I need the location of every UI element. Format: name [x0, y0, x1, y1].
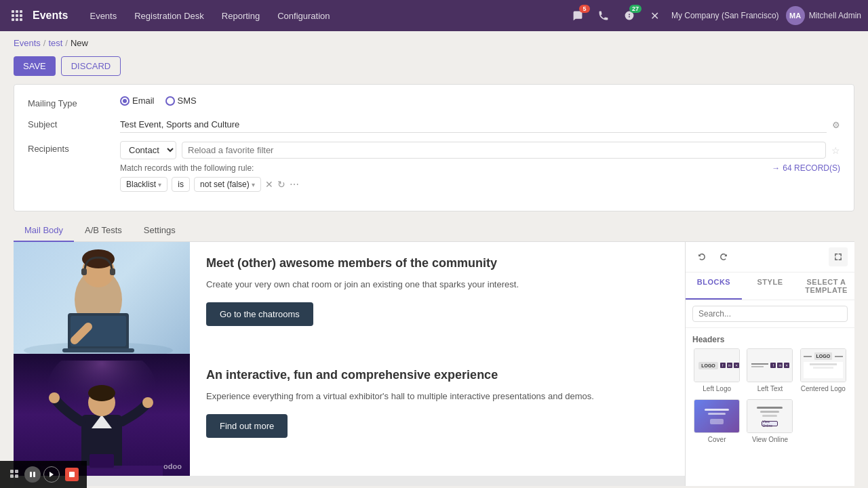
activities-icon-button[interactable]: 27	[620, 6, 639, 25]
email-block-1-image	[14, 242, 190, 354]
svg-rect-35	[69, 472, 75, 477]
panel-tab-select-template[interactable]: SELECT A TEMPLATE	[798, 272, 854, 300]
svg-point-24	[49, 392, 60, 403]
subject-label: Subject	[28, 117, 109, 129]
panel-tab-style[interactable]: STYLE	[742, 272, 798, 300]
sms-radio-option[interactable]: SMS	[165, 96, 197, 106]
filter-blacklist[interactable]: Blacklist ▾	[120, 177, 167, 192]
breadcrumb-sep-1: /	[43, 38, 46, 48]
close-icon: ✕	[650, 9, 659, 22]
block-left-text-preview: f in ✕	[747, 348, 793, 382]
header-blocks-grid: LOGO f in ✕ Left Logo	[686, 348, 854, 399]
app-brand: Events	[33, 9, 68, 22]
top-navigation: Events Events Registration Desk Reportin…	[0, 0, 868, 31]
subject-settings-icon[interactable]: ⚙	[832, 120, 840, 130]
email-preview: Meet (other) awesome members of the comm…	[14, 242, 685, 486]
records-count[interactable]: → 64 RECORD(S)	[772, 163, 840, 173]
email-radio-label: Email	[132, 96, 155, 106]
filter-refresh-btn[interactable]: ↻	[277, 179, 285, 190]
block-view-online[interactable]: View Online View Online	[745, 399, 794, 443]
block-centered-logo[interactable]: LOGO Centered Logo	[799, 348, 848, 392]
menu-events[interactable]: Events	[81, 7, 125, 25]
apps-menu-button[interactable]	[7, 5, 27, 26]
expand-button[interactable]	[829, 247, 848, 266]
breadcrumb-test[interactable]: test	[48, 38, 62, 48]
email-block-1-cta[interactable]: Go to the chatrooms	[206, 302, 313, 326]
svg-rect-33	[33, 472, 35, 477]
email-block-2-content: An interactive, fun and comprehensive ex…	[190, 354, 685, 476]
match-rule: Match records with the following rule: →…	[120, 163, 840, 173]
chat-icon-button[interactable]: 5	[568, 6, 587, 25]
email-radio-option[interactable]: Email	[120, 96, 155, 106]
email-block-2-title: An interactive, fun and comprehensive ex…	[206, 367, 669, 383]
mailing-type-label: Mailing Type	[28, 96, 109, 108]
filter-value[interactable]: not set (false) ▾	[194, 177, 261, 192]
panel-tab-blocks[interactable]: BLOCKS	[686, 272, 742, 300]
mailing-type-row: Mailing Type Email SMS	[28, 96, 840, 108]
stop-button[interactable]	[65, 468, 79, 481]
svg-rect-6	[12, 18, 14, 21]
email-block-1-title: Meet (other) awesome members of the comm…	[206, 256, 669, 271]
subject-row: Subject ⚙	[28, 117, 840, 133]
close-icon-button[interactable]: ✕	[646, 6, 665, 25]
block-left-logo[interactable]: LOGO f in ✕ Left Logo	[692, 348, 741, 392]
svg-rect-30	[10, 474, 14, 478]
svg-rect-27	[90, 454, 114, 468]
second-row-blocks-grid: Cover View Online View Online	[686, 399, 854, 450]
filter-row: Blacklist ▾ is not set (false) ▾ ✕ ↻ ⋯	[120, 177, 840, 192]
subject-input[interactable]	[120, 117, 827, 133]
menu-reporting[interactable]: Reporting	[214, 7, 268, 25]
pause-button[interactable]	[24, 466, 41, 483]
tab-mail-body[interactable]: Mail Body	[14, 220, 74, 242]
speaker-svg	[41, 361, 163, 476]
block-view-online-label: View Online	[752, 436, 788, 443]
breadcrumb-sep-2: /	[65, 38, 68, 48]
avatar: MA	[786, 6, 805, 25]
filter-remove-btn[interactable]: ✕	[265, 179, 273, 190]
save-button[interactable]: SAVE	[14, 56, 56, 76]
redo-button[interactable]	[714, 247, 733, 266]
records-count-value: 64 RECORD(S)	[783, 163, 840, 173]
menu-registration-desk[interactable]: Registration Desk	[126, 7, 212, 25]
recipients-row: Recipients Contact ☆ Match records with …	[28, 141, 840, 192]
grid-icon[interactable]	[8, 468, 22, 481]
user-menu[interactable]: MA Mitchell Admin	[786, 6, 861, 25]
person-laptop-image	[14, 242, 190, 354]
filter-value-arrow: ▾	[252, 181, 255, 188]
svg-rect-28	[10, 470, 14, 473]
tab-settings[interactable]: Settings	[133, 220, 186, 242]
svg-point-25	[142, 397, 153, 408]
block-left-text[interactable]: f in ✕ Left Text	[745, 348, 794, 392]
mailing-type-options: Email SMS	[120, 96, 840, 106]
company-selector[interactable]: My Company (San Francisco)	[671, 11, 779, 20]
filter-input[interactable]	[182, 142, 826, 159]
svg-rect-1	[16, 10, 18, 13]
odoo-logo-text: odoo	[163, 462, 182, 470]
filter-is[interactable]: is	[172, 177, 190, 192]
panel-tabs: BLOCKS STYLE SELECT A TEMPLATE	[686, 272, 854, 300]
phone-icon-button[interactable]	[594, 6, 613, 25]
next-button[interactable]	[43, 466, 60, 483]
filter-more-btn[interactable]: ⋯	[290, 179, 299, 190]
email-radio-btn	[120, 96, 130, 106]
discard-button[interactable]: DISCARD	[61, 56, 121, 76]
breadcrumb-events[interactable]: Events	[14, 38, 41, 48]
bottom-player-bar	[0, 461, 87, 486]
email-block-2-cta[interactable]: Find out more	[206, 414, 288, 438]
arrow-right-icon: →	[772, 163, 780, 173]
star-icon[interactable]: ☆	[831, 145, 840, 156]
undo-button[interactable]	[692, 247, 711, 266]
form-area: Mailing Type Email SMS Subject ⚙ Recipie…	[14, 84, 854, 211]
email-block-2: odoo An interactive, fun and comprehensi…	[14, 354, 685, 476]
main-content-area: Meet (other) awesome members of the comm…	[14, 242, 854, 486]
svg-rect-13	[81, 268, 87, 275]
panel-search-area	[686, 300, 854, 328]
recipients-select[interactable]: Contact	[120, 141, 176, 159]
menu-configuration[interactable]: Configuration	[269, 7, 338, 25]
tab-ab-tests[interactable]: A/B Tests	[74, 220, 133, 242]
block-left-text-label: Left Text	[757, 385, 783, 392]
svg-rect-3	[12, 14, 14, 17]
block-cover[interactable]: Cover	[692, 399, 741, 443]
panel-search-input[interactable]	[692, 306, 848, 322]
email-block-1-text: Create your very own chat room or join a…	[206, 278, 669, 291]
